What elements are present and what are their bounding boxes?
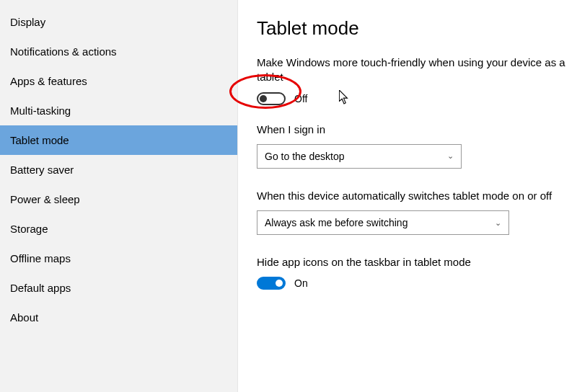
sign-in-label: When I sign in (257, 122, 577, 137)
auto-switch-select-value: Always ask me before switching (265, 217, 408, 228)
toggle-knob-icon (276, 280, 283, 287)
touch-friendly-label: Make Windows more touch-friendly when us… (257, 55, 567, 85)
sidebar-item-default-apps[interactable]: Default apps (0, 273, 237, 303)
sidebar-item-tablet-mode[interactable]: Tablet mode (0, 125, 237, 155)
sidebar-item-apps-features[interactable]: Apps & features (0, 66, 237, 96)
chevron-down-icon: ⌄ (495, 218, 501, 228)
toggle-knob-icon (260, 95, 267, 102)
main-content: Tablet mode Make Windows more touch-frie… (238, 0, 577, 392)
hide-icons-toggle[interactable] (257, 277, 286, 290)
auto-switch-select[interactable]: Always ask me before switching ⌄ (257, 210, 509, 235)
sign-in-select[interactable]: Go to the desktop ⌄ (257, 144, 462, 169)
auto-switch-label: When this device automatically switches … (257, 189, 577, 203)
sign-in-select-value: Go to the desktop (265, 151, 345, 162)
touch-friendly-toggle[interactable] (257, 92, 286, 105)
settings-sidebar: Display Notifications & actions Apps & f… (0, 0, 238, 392)
sidebar-item-multi-tasking[interactable]: Multi-tasking (0, 96, 237, 125)
hide-icons-label: Hide app icons on the taskbar in tablet … (257, 255, 577, 270)
hide-icons-toggle-state: On (294, 277, 308, 289)
sidebar-item-notifications[interactable]: Notifications & actions (0, 37, 237, 66)
sidebar-item-storage[interactable]: Storage (0, 214, 237, 244)
sidebar-item-power-sleep[interactable]: Power & sleep (0, 184, 237, 214)
sidebar-item-offline-maps[interactable]: Offline maps (0, 244, 237, 273)
sidebar-item-display[interactable]: Display (0, 7, 237, 37)
sidebar-item-battery-saver[interactable]: Battery saver (0, 155, 237, 184)
touch-friendly-toggle-state: Off (294, 93, 307, 104)
chevron-down-icon: ⌄ (447, 151, 454, 161)
page-title: Tablet mode (257, 17, 577, 40)
sidebar-item-about[interactable]: About (0, 303, 237, 332)
